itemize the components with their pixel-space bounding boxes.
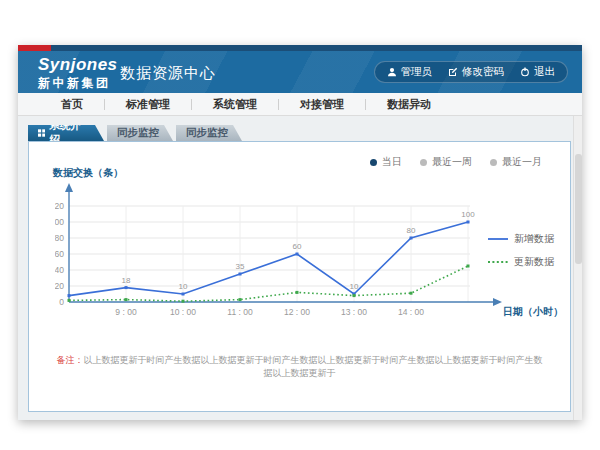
svg-text:0: 0 <box>59 297 64 307</box>
legend-new-data[interactable]: 新增数据 <box>488 232 554 246</box>
svg-text:40: 40 <box>55 265 64 275</box>
chart-legend: 新增数据 更新数据 <box>488 232 554 269</box>
svg-text:100: 100 <box>461 210 475 219</box>
user-menu-change-password-label: 修改密码 <box>462 65 504 79</box>
logo-brand-text: Synjones <box>38 55 118 75</box>
scrollbar[interactable] <box>573 116 582 420</box>
radio-dot <box>420 159 427 166</box>
svg-text:20: 20 <box>55 281 64 291</box>
tab-sync-monitor-2[interactable]: 同步监控 <box>176 125 242 141</box>
svg-text:9 : 00: 9 : 00 <box>115 307 137 317</box>
main-nav: 首页 标准管理 系统管理 对接管理 数据异动 <box>18 93 582 116</box>
radio-today[interactable]: 当日 <box>370 155 402 169</box>
tab-system-intro[interactable]: 系统介绍 <box>28 125 104 141</box>
svg-text:35: 35 <box>236 262 245 271</box>
dotted-line-icon <box>488 260 508 264</box>
edit-icon <box>448 67 458 77</box>
user-menu-change-password[interactable]: 修改密码 <box>448 65 504 79</box>
tab-sync-monitor-1[interactable]: 同步监控 <box>107 125 173 141</box>
nav-item-data-changes[interactable]: 数据异动 <box>366 97 452 112</box>
svg-text:60: 60 <box>55 249 64 259</box>
radio-dot <box>370 159 377 166</box>
radio-dot <box>490 159 497 166</box>
footnote: 备注：以上数据更新于时间产生数据以上数据更新于时间产生数据以上数据更新于时间产生… <box>29 354 570 380</box>
solid-line-icon <box>488 237 508 241</box>
time-range-filter: 当日 最近一周 最近一月 <box>370 155 542 169</box>
app-window: Synjones 新中新集团 数据资源中心 管理员 修改 <box>18 45 582 420</box>
tab-sync-monitor-2-label: 同步监控 <box>186 126 228 140</box>
radio-last-week[interactable]: 最近一周 <box>420 155 472 169</box>
legend-update-data[interactable]: 更新数据 <box>488 255 554 269</box>
chart-card: 当日 最近一周 最近一月 数据交换（条） 0204060801001209 : … <box>28 141 571 412</box>
svg-text:11 : 00: 11 : 00 <box>227 307 253 317</box>
svg-text:120: 120 <box>55 201 64 211</box>
svg-text:10 : 00: 10 : 00 <box>170 307 196 317</box>
svg-text:13 : 00: 13 : 00 <box>341 307 367 317</box>
power-icon <box>520 67 530 77</box>
tab-bar: 系统介绍 同步监控 同步监控 <box>28 125 242 141</box>
nav-item-integration[interactable]: 对接管理 <box>279 97 365 112</box>
svg-text:80: 80 <box>407 226 416 235</box>
legend-update-data-label: 更新数据 <box>514 255 554 269</box>
tab-sync-monitor-1-label: 同步监控 <box>117 126 159 140</box>
page: Synjones 新中新集团 数据资源中心 管理员 修改 <box>0 0 600 450</box>
user-menu-logout-label: 退出 <box>534 65 555 79</box>
user-icon <box>387 67 397 77</box>
radio-last-week-label: 最近一周 <box>432 155 472 169</box>
svg-text:60: 60 <box>293 242 302 251</box>
user-menu-logout[interactable]: 退出 <box>520 65 555 79</box>
svg-text:18: 18 <box>122 276 131 285</box>
user-menu-admin[interactable]: 管理员 <box>387 65 433 79</box>
footnote-text: 以上数据更新于时间产生数据以上数据更新于时间产生数据以上数据更新于时间产生数据以… <box>84 355 543 378</box>
page-title: 数据资源中心 <box>120 64 216 83</box>
radio-today-label: 当日 <box>382 155 402 169</box>
grid-icon <box>38 129 45 137</box>
nav-item-standards[interactable]: 标准管理 <box>105 97 191 112</box>
svg-text:100: 100 <box>55 217 64 227</box>
user-menu-admin-label: 管理员 <box>401 65 433 79</box>
scrollbar-thumb[interactable] <box>575 154 582 264</box>
logo[interactable]: Synjones 新中新集团 <box>38 55 118 92</box>
nav-item-home[interactable]: 首页 <box>40 97 104 112</box>
legend-new-data-label: 新增数据 <box>514 232 554 246</box>
user-menu: 管理员 修改密码 退出 <box>374 61 569 83</box>
logo-company-text: 新中新集团 <box>38 75 118 92</box>
svg-text:80: 80 <box>55 233 64 243</box>
svg-text:日期（小时）: 日期（小时） <box>503 306 563 317</box>
radio-last-month[interactable]: 最近一月 <box>490 155 542 169</box>
svg-text:14 : 00: 14 : 00 <box>398 307 424 317</box>
svg-text:10: 10 <box>179 282 188 291</box>
svg-text:12 : 00: 12 : 00 <box>284 307 310 317</box>
header: Synjones 新中新集团 数据资源中心 管理员 修改 <box>18 51 582 93</box>
footnote-prefix: 备注： <box>57 355 84 365</box>
radio-last-month-label: 最近一月 <box>502 155 542 169</box>
nav-item-system[interactable]: 系统管理 <box>192 97 278 112</box>
svg-text:10: 10 <box>350 282 359 291</box>
